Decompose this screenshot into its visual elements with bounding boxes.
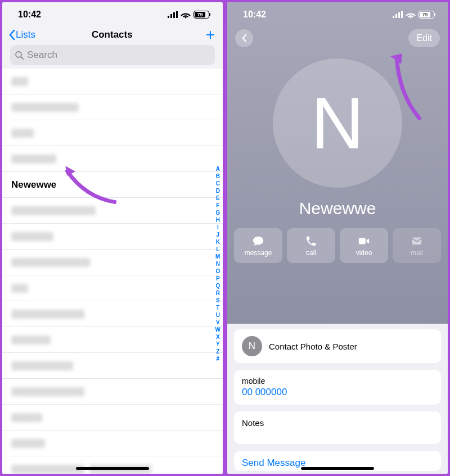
index-letter[interactable]: I [214,224,222,231]
svg-rect-8 [398,12,400,18]
wifi-icon [406,11,416,19]
index-letter[interactable]: F [214,202,222,209]
svg-rect-0 [168,16,169,18]
index-letter[interactable]: Q [214,282,222,289]
svg-rect-3 [176,11,178,18]
list-item[interactable] [2,224,223,250]
index-letter[interactable]: O [214,268,222,275]
contact-name: Newewwe [227,199,448,218]
phone-number: 00 000000 [242,387,433,398]
index-letter[interactable]: J [214,231,222,238]
status-time: 10:42 [243,10,266,20]
index-letter[interactable]: V [214,319,222,326]
status-time: 10:42 [18,10,41,20]
list-item[interactable] [2,379,223,405]
contact-photo-poster-row[interactable]: N Contact Photo & Poster [234,329,441,363]
notes-field[interactable]: Notes [234,411,441,444]
action-label: mail [411,249,423,257]
list-item[interactable] [2,430,223,456]
call-button[interactable]: call [287,228,335,263]
home-indicator[interactable] [76,467,149,470]
index-letter[interactable]: K [214,238,222,246]
index-letter[interactable]: R [214,289,222,297]
add-contact-button[interactable]: + [206,29,215,40]
index-letter[interactable]: S [214,297,222,304]
list-item[interactable] [2,94,223,120]
list-item[interactable] [2,250,223,275]
list-item[interactable] [2,301,223,327]
edit-button[interactable]: Edit [408,29,440,47]
phone-icon [305,235,317,247]
svg-rect-7 [395,14,397,18]
svg-rect-10 [359,238,366,244]
search-input[interactable]: Search [10,45,215,65]
index-letter[interactable]: Y [214,341,222,348]
list-item[interactable] [2,405,223,430]
search-placeholder: Search [27,49,57,61]
index-letter[interactable]: U [214,311,222,319]
list-item-selected[interactable]: Newewwe [2,172,223,198]
detail-nav: Edit [227,27,448,49]
cellular-icon [393,11,403,18]
cellular-icon [168,11,178,18]
mail-button: mail [393,228,441,263]
message-button[interactable]: message [234,228,282,263]
list-item[interactable] [2,69,223,94]
mini-avatar: N [242,336,262,356]
index-letter[interactable]: N [214,260,222,268]
index-letter[interactable]: G [214,209,222,216]
index-letter[interactable]: M [214,253,222,260]
index-letter[interactable]: A [214,165,222,173]
mail-icon [411,235,423,247]
index-letter[interactable]: L [214,246,222,253]
list-item[interactable] [2,327,223,353]
svg-rect-2 [173,12,175,18]
detail-cards: N Contact Photo & Poster mobile 00 00000… [227,324,448,474]
alphabet-index[interactable]: ABCDEFGHIJKLMNOPQRSTUVWXYZ# [214,165,222,362]
list-item[interactable] [2,120,223,146]
contacts-list-screen: 10:42 79 Lists Contacts + Search Newewwe [2,2,223,474]
index-letter[interactable]: Z [214,348,222,355]
action-label: video [356,249,372,257]
list-item[interactable] [2,353,223,379]
photo-poster-label: Contact Photo & Poster [269,342,357,351]
chevron-left-icon [241,34,247,43]
list-item[interactable] [2,275,223,301]
contact-detail-screen: 10:42 79 Edit N Newewwe [227,2,448,474]
index-letter[interactable]: # [214,355,222,362]
index-letter[interactable]: P [214,275,222,282]
wifi-icon [181,11,191,19]
index-letter[interactable]: X [214,333,222,341]
svg-rect-11 [412,237,422,244]
search-icon [15,51,24,60]
notes-label: Notes [242,418,433,428]
chevron-left-icon [8,29,16,40]
index-letter[interactable]: B [214,173,222,180]
avatar-initial: N [311,81,364,165]
contact-list[interactable]: Newewwe [2,69,223,474]
list-item[interactable] [2,198,223,224]
index-letter[interactable]: E [214,194,222,202]
index-letter[interactable]: H [214,216,222,224]
nav-bar: Lists Contacts + [2,27,223,45]
index-letter[interactable]: C [214,180,222,187]
action-label: call [306,249,316,257]
index-letter[interactable]: D [214,187,222,194]
home-indicator[interactable] [301,467,374,470]
index-letter[interactable]: W [214,326,222,333]
list-item[interactable] [2,456,223,474]
back-button[interactable] [235,29,253,47]
svg-rect-6 [393,16,394,18]
contact-hero: 10:42 79 Edit N Newewwe [227,2,448,324]
contact-avatar[interactable]: N [273,58,402,188]
battery-icon: 79 [418,11,434,19]
status-bar: 10:42 79 [227,2,448,27]
video-button[interactable]: video [340,228,388,263]
contact-name-label: Newewwe [11,179,56,191]
action-row: message call video mail [227,218,448,263]
list-item[interactable] [2,146,223,172]
phone-field[interactable]: mobile 00 000000 [234,370,441,405]
video-icon [358,235,370,247]
index-letter[interactable]: T [214,304,222,311]
page-title: Contacts [19,29,206,40]
